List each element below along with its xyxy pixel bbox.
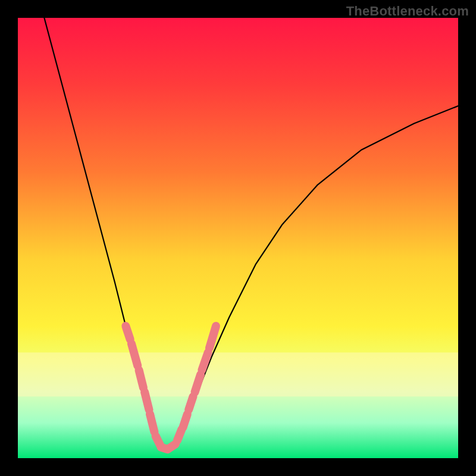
svg-line-9 [169,444,176,448]
chart-canvas [18,18,458,458]
svg-line-14 [202,352,208,370]
svg-line-4 [139,370,143,388]
svg-line-2 [126,326,130,339]
svg-line-5 [145,392,149,410]
svg-rect-1 [18,352,458,396]
watermark-text: TheBottleneck.com [346,4,469,19]
svg-line-6 [150,414,154,432]
chart-frame: TheBottleneck.com [0,0,476,476]
plot-area [18,18,458,458]
svg-line-13 [195,374,201,392]
svg-line-11 [183,414,187,427]
svg-line-3 [131,344,137,366]
svg-line-10 [177,430,181,441]
svg-line-12 [189,396,193,409]
